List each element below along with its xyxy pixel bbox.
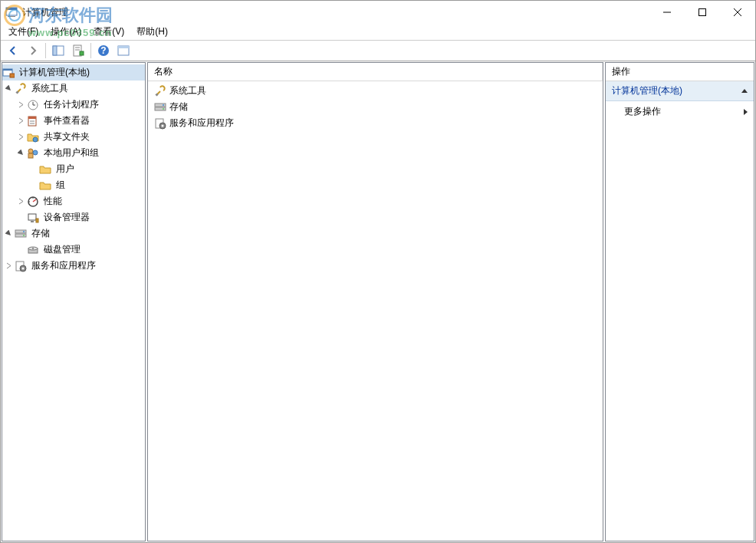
list-item-label: 服务和应用程序 xyxy=(169,117,234,130)
tree-users-label: 用户 xyxy=(54,162,77,176)
tree-disk-management-label: 磁盘管理 xyxy=(41,242,83,257)
tree-device-manager[interactable]: 设备管理器 xyxy=(2,209,145,225)
svg-point-29 xyxy=(28,149,33,153)
event-viewer-icon xyxy=(27,115,39,127)
svg-text:?: ? xyxy=(100,45,106,56)
menu-file[interactable]: 文件(F) xyxy=(2,24,44,40)
storage-icon xyxy=(154,101,166,114)
svg-rect-37 xyxy=(31,221,34,222)
action-more[interactable]: 更多操作 xyxy=(606,101,754,122)
list-item-system-tools[interactable]: 系统工具 xyxy=(148,83,603,99)
svg-rect-25 xyxy=(28,117,36,119)
tree-performance[interactable]: 性能 xyxy=(2,193,145,209)
expand-icon[interactable] xyxy=(15,115,27,127)
svg-rect-1 xyxy=(6,8,17,10)
tree-performance-label: 性能 xyxy=(41,194,64,209)
tree-storage-label: 存储 xyxy=(29,226,52,241)
svg-rect-31 xyxy=(28,153,33,158)
column-name[interactable]: 名称 xyxy=(148,62,603,81)
action-more-label: 更多操作 xyxy=(624,105,661,118)
users-groups-icon xyxy=(27,147,39,160)
svg-rect-38 xyxy=(36,219,38,222)
app-icon xyxy=(5,6,18,18)
properties-button[interactable] xyxy=(69,41,87,60)
svg-point-56 xyxy=(162,124,164,127)
folder-icon xyxy=(39,179,51,192)
tree-storage[interactable]: 存储 xyxy=(2,225,145,242)
tree-device-manager-label: 设备管理器 xyxy=(41,210,92,225)
svg-rect-19 xyxy=(10,74,15,77)
expand-icon[interactable] xyxy=(2,260,15,272)
forward-button[interactable] xyxy=(24,41,42,60)
tree-root-label: 计算机管理(本地) xyxy=(17,65,92,80)
list-body: 系统工具 存储 服务和应用程序 xyxy=(148,81,603,541)
tree-system-tools[interactable]: 系统工具 xyxy=(2,81,145,97)
expand-icon[interactable] xyxy=(15,196,27,208)
nav-tree: 计算机管理(本地) 系统工具 任务计划程序 事件查看器 xyxy=(2,63,145,275)
maximize-button[interactable] xyxy=(685,1,720,24)
tree-services-apps[interactable]: 服务和应用程序 xyxy=(2,258,145,274)
clock-icon xyxy=(27,99,39,111)
tree-groups-label: 组 xyxy=(54,178,67,193)
performance-icon xyxy=(27,196,39,208)
action-pane: 操作 计算机管理(本地) 更多操作 xyxy=(605,62,754,541)
tree-system-tools-label: 系统工具 xyxy=(29,81,71,96)
tree-shared-folders-label: 共享文件夹 xyxy=(41,130,92,144)
window-controls xyxy=(649,1,755,24)
submenu-arrow-icon xyxy=(744,109,748,115)
tree-local-users-groups-label: 本地用户和组 xyxy=(41,146,101,160)
tree-shared-folders[interactable]: 共享文件夹 xyxy=(2,129,145,145)
folder-icon xyxy=(39,163,51,176)
minimize-button[interactable] xyxy=(649,1,685,24)
close-button[interactable] xyxy=(720,1,755,24)
svg-rect-2 xyxy=(8,16,15,17)
tree-groups[interactable]: 组 xyxy=(2,177,145,193)
collapse-icon[interactable] xyxy=(15,147,27,160)
computer-mgmt-icon xyxy=(2,67,15,79)
action-header: 操作 xyxy=(606,63,754,81)
collapse-icon[interactable] xyxy=(2,228,15,240)
svg-point-45 xyxy=(32,248,34,249)
storage-icon xyxy=(15,228,27,240)
tree-disk-management[interactable]: 磁盘管理 xyxy=(2,242,145,258)
tree-event-viewer[interactable]: 事件查看器 xyxy=(2,113,145,129)
svg-point-42 xyxy=(23,235,25,236)
tree-services-apps-label: 服务和应用程序 xyxy=(29,258,98,273)
expand-icon[interactable] xyxy=(15,99,27,111)
refresh-button[interactable] xyxy=(114,41,133,60)
disk-icon xyxy=(27,244,39,256)
svg-rect-4 xyxy=(699,9,706,16)
services-icon xyxy=(154,117,166,130)
menu-action[interactable]: 操作(A) xyxy=(44,24,87,40)
action-group-title[interactable]: 计算机管理(本地) xyxy=(606,81,754,101)
tree-pane: 计算机管理(本地) 系统工具 任务计划程序 事件查看器 xyxy=(2,62,146,541)
shared-folder-icon xyxy=(27,131,39,143)
collapse-arrow-icon xyxy=(741,89,748,93)
menu-bar: 文件(F) 操作(A) 查看(V) 帮助(H) xyxy=(1,24,755,40)
menu-help[interactable]: 帮助(H) xyxy=(130,24,174,40)
menu-view[interactable]: 查看(V) xyxy=(87,24,130,40)
expand-icon[interactable] xyxy=(15,131,27,143)
svg-rect-12 xyxy=(80,51,84,55)
tree-users[interactable]: 用户 xyxy=(2,161,145,177)
list-item-label: 系统工具 xyxy=(169,84,206,97)
list-header: 名称 xyxy=(148,63,603,81)
main-area: 计算机管理(本地) 系统工具 任务计划程序 事件查看器 xyxy=(1,61,755,542)
toolbar-separator xyxy=(90,43,91,58)
tree-local-users-groups[interactable]: 本地用户和组 xyxy=(2,145,145,161)
tree-root[interactable]: 计算机管理(本地) xyxy=(2,64,145,81)
svg-rect-8 xyxy=(53,46,57,55)
svg-point-53 xyxy=(163,108,164,110)
show-hide-tree-button[interactable] xyxy=(49,41,67,60)
tools-icon xyxy=(154,85,166,97)
list-item-services-apps[interactable]: 服务和应用程序 xyxy=(148,115,603,131)
window-title: 计算机管理 xyxy=(22,6,649,19)
collapse-icon[interactable] xyxy=(2,83,15,95)
help-button[interactable]: ? xyxy=(94,41,113,60)
list-item-storage[interactable]: 存储 xyxy=(148,99,603,115)
svg-point-30 xyxy=(33,150,38,155)
back-button[interactable] xyxy=(4,41,22,60)
tree-task-scheduler[interactable]: 任务计划程序 xyxy=(2,97,145,113)
svg-point-41 xyxy=(23,231,25,232)
device-manager-icon xyxy=(27,212,39,224)
